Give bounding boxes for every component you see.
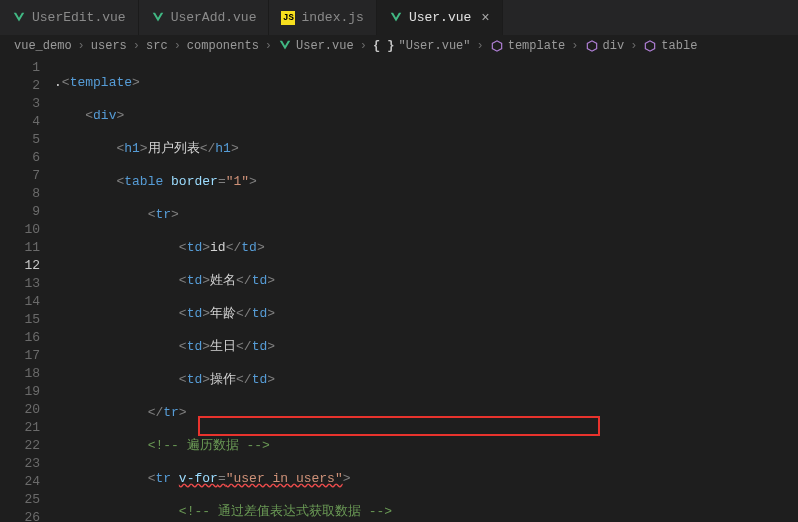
tab-bar: UserEdit.vue UserAdd.vue JS index.js Use… — [0, 0, 798, 35]
close-icon[interactable]: × — [481, 10, 489, 26]
bc-div[interactable]: div — [603, 39, 625, 53]
text: 操作 — [210, 372, 236, 387]
tab-index-js[interactable]: JS index.js — [269, 0, 376, 35]
line-number-gutter: 1234567891011121314151617181920212223242… — [0, 57, 54, 522]
text: 姓名 — [210, 273, 236, 288]
attr-value: "1" — [226, 174, 249, 189]
vue-icon — [12, 11, 26, 25]
bc-vue-demo[interactable]: vue_demo — [14, 39, 72, 53]
cube-icon — [585, 39, 599, 53]
bc-file[interactable]: User.vue — [296, 39, 354, 53]
editor[interactable]: 1234567891011121314151617181920212223242… — [0, 57, 798, 522]
braces-icon: { } — [373, 39, 395, 53]
tab-label: index.js — [301, 10, 363, 25]
attr: border — [171, 174, 218, 189]
text: 年龄 — [210, 306, 236, 321]
bc-components[interactable]: components — [187, 39, 259, 53]
vue-icon — [278, 39, 292, 53]
text: 用户列表 — [148, 141, 200, 156]
code-area[interactable]: .<template> <div> <h1>用户列表</h1> <table b… — [54, 57, 798, 522]
breadcrumb: vue_demo› users› src› components› User.v… — [0, 35, 798, 57]
bc-src[interactable]: src — [146, 39, 168, 53]
text: id — [210, 240, 226, 255]
tab-useradd[interactable]: UserAdd.vue — [139, 0, 270, 35]
tab-user-vue[interactable]: User.vue × — [377, 0, 503, 35]
bc-table[interactable]: table — [661, 39, 697, 53]
attr-value: "user in users" — [226, 471, 343, 486]
cube-icon — [643, 39, 657, 53]
vue-icon — [389, 11, 403, 25]
text: 生日 — [210, 339, 236, 354]
vue-icon — [151, 11, 165, 25]
attr: v-for — [179, 471, 218, 486]
bc-symbol[interactable]: "User.vue" — [398, 39, 470, 53]
bc-template[interactable]: template — [508, 39, 566, 53]
bc-users[interactable]: users — [91, 39, 127, 53]
comment: <!-- 遍历数据 --> — [148, 438, 270, 453]
comment: <!-- 通过差值表达式获取数据 --> — [179, 504, 392, 519]
tab-useredit[interactable]: UserEdit.vue — [0, 0, 139, 35]
tab-label: UserEdit.vue — [32, 10, 126, 25]
tab-label: User.vue — [409, 10, 471, 25]
js-icon: JS — [281, 11, 295, 25]
cube-icon — [490, 39, 504, 53]
tab-label: UserAdd.vue — [171, 10, 257, 25]
